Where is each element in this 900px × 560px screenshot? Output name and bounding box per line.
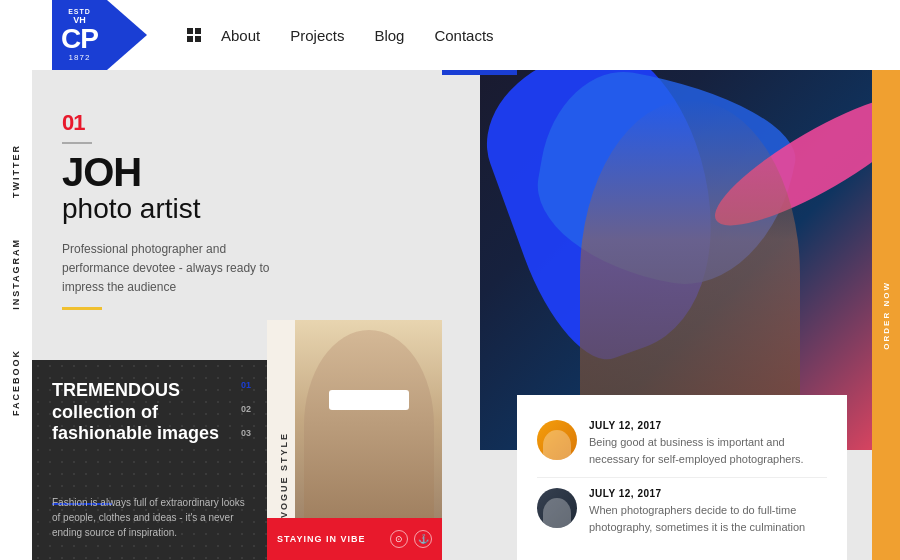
blog-avatar-1 (537, 420, 577, 460)
logo[interactable]: ESTD VH CP 1872 (52, 0, 147, 70)
sidebar-item-facebook[interactable]: FACEBOOK (11, 349, 21, 416)
blog-post-2: JULY 12, 2017 When photographers decide … (537, 478, 827, 545)
right-edge: ORDER NOW (872, 70, 900, 560)
nav-item-contacts[interactable]: Contacts (434, 27, 493, 44)
sidebar-item-instagram[interactable]: INSTAGRAM (11, 238, 21, 310)
blog-post-1-date: JULY 12, 2017 (589, 420, 827, 431)
vogue-bottom-bar: STAYING IN VIBE ⊙ ⚓ (267, 518, 442, 560)
blog-posts-panel: JULY 12, 2017 Being good at business is … (517, 395, 847, 560)
hero-number: 01 (62, 110, 282, 136)
right-edge-label: ORDER NOW (882, 281, 891, 350)
sidebar-item-twitter[interactable]: TWITTER (11, 144, 21, 198)
logo-box: ESTD VH CP 1872 (52, 0, 107, 70)
vogue-icon-search[interactable]: ⊙ (390, 530, 408, 548)
hero-accent-line (62, 307, 102, 310)
vogue-figure (304, 330, 434, 520)
card-num-3[interactable]: 03 (241, 428, 251, 438)
blog-post-1: JULY 12, 2017 Being good at business is … (537, 410, 827, 478)
hero-divider (62, 142, 92, 144)
avatar2-figure (543, 498, 571, 528)
vogue-sunglasses (329, 390, 409, 410)
nav-item-blog[interactable]: Blog (374, 27, 404, 44)
hero-section: 01 JOH photo artist Professional photogr… (62, 110, 282, 310)
card-dark-description: Fashion is always full of extraordinary … (52, 495, 247, 540)
vogue-icon-link[interactable]: ⚓ (414, 530, 432, 548)
blog-post-2-content: JULY 12, 2017 When photographers decide … (589, 488, 827, 535)
card-dark-title: TREMENDOUS collection of fashionable ima… (52, 380, 247, 445)
hero-image (480, 50, 900, 450)
logo-cp: CP (61, 25, 98, 53)
logo-year: 1872 (69, 53, 91, 62)
hero-name: JOH (62, 152, 282, 192)
sidebar: TWITTER INSTAGRAM FACEBOOK (0, 0, 32, 560)
hero-bg (480, 50, 900, 450)
card-vogue: VOGUE STYLE STAYING IN VIBE ⊙ ⚓ (267, 320, 442, 560)
avatar1-figure (543, 430, 571, 460)
card-num-2[interactable]: 02 (241, 404, 251, 414)
blog-post-1-text: Being good at business is important and … (589, 434, 827, 467)
main-content: 01 JOH photo artist Professional photogr… (32, 70, 900, 560)
logo-triangle (107, 0, 147, 70)
vogue-icons: ⊙ ⚓ (390, 530, 432, 548)
nav-item-about[interactable]: About (221, 27, 260, 44)
blog-post-1-content: JULY 12, 2017 Being good at business is … (589, 420, 827, 467)
blog-post-2-text: When photographers decide to do full-tim… (589, 502, 827, 535)
blog-post-2-date: JULY 12, 2017 (589, 488, 827, 499)
nav-grid-icon[interactable] (187, 28, 201, 42)
logo-estd: ESTD (68, 8, 91, 15)
nav-item-projects[interactable]: Projects (290, 27, 344, 44)
hero-title: photo artist (62, 192, 282, 226)
vogue-photo (295, 320, 442, 520)
card-num-1[interactable]: 01 (241, 380, 251, 390)
vogue-bottom-text: STAYING IN VIBE (277, 534, 382, 544)
card-dark-numbers: 01 02 03 (241, 380, 251, 438)
header: ESTD VH CP 1872 About Projects Blog Cont… (32, 0, 900, 70)
vogue-label: VOGUE STYLE (279, 320, 289, 518)
card-fashionable: TREMENDOUS collection of fashionable ima… (32, 360, 267, 560)
hero-description: Professional photographer and performanc… (62, 240, 282, 298)
main-nav: About Projects Blog Contacts (221, 27, 494, 44)
blog-avatar-2 (537, 488, 577, 528)
